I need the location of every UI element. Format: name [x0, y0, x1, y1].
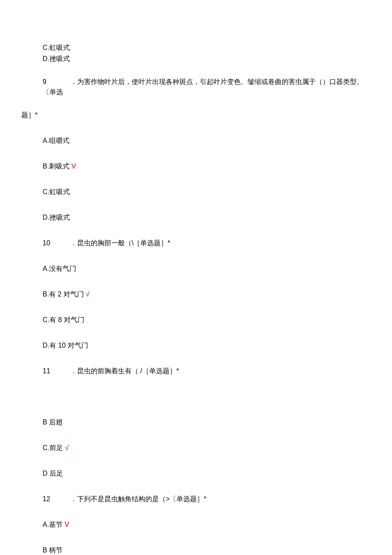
question-number: 12 — [43, 494, 55, 504]
option-b: B.刺吸式 V — [43, 161, 371, 171]
question-9: 9 ．为害作物叶片后，使叶片出现各种斑点，引起叶片变色、皱缩或卷曲的害虫属于（）… — [43, 77, 371, 97]
option-c: C.虹吸式 — [43, 43, 371, 53]
correct-mark: V — [69, 163, 76, 170]
question-body: ．昆虫的前胸着生有（ /［单选题］* — [70, 367, 179, 375]
option-c: C.前足 √ — [43, 443, 371, 453]
option-c: C.有 8 对气门 — [43, 315, 371, 325]
question-text: 9 ．为害作物叶片后，使叶片出现各种斑点，引起叶片变色、皱缩或卷曲的害虫属于（）… — [43, 77, 371, 97]
question-number: 11 — [43, 366, 55, 376]
correct-mark: √ — [84, 291, 89, 298]
question-body: ．下列不是昆虫触角结构的是（>〔单选题］* — [70, 495, 207, 503]
question-body: ．昆虫的胸部一般（\［单选题］* — [70, 239, 170, 247]
option-label: A.基节 — [43, 521, 63, 528]
question-tail: 题］* — [21, 110, 371, 120]
option-label: C.前足 — [43, 444, 63, 451]
option-b: B 柄节 — [43, 545, 371, 555]
option-d: D.有 10 对气门 — [43, 340, 371, 351]
option-b: B 后翅 — [43, 417, 371, 427]
option-d: D.挫吸式 — [43, 54, 371, 64]
question-number: 9 — [43, 77, 55, 87]
document-page: C.虹吸式 D.挫吸式 9 ．为害作物叶片后，使叶片出现各种斑点，引起叶片变色、… — [0, 0, 392, 555]
option-label: B.有 2 对气门 — [43, 291, 84, 298]
option-a: A.没有气门 — [43, 264, 371, 274]
option-d: D.挫吸式 — [43, 212, 371, 223]
option-a: A.基节 V — [43, 520, 371, 530]
correct-mark: V — [63, 521, 69, 528]
option-a: A.咀嚼式 — [43, 136, 371, 146]
option-b: B.有 2 对气门 √ — [43, 289, 371, 299]
option-d: D 后足 — [43, 468, 371, 479]
question-11: 11 ．昆虫的前胸着生有（ /［单选题］* — [43, 366, 371, 376]
option-c: C.虹吸式 — [43, 187, 371, 197]
question-12: 12 ．下列不是昆虫触角结构的是（>〔单选题］* — [43, 494, 371, 504]
question-body: ．为害作物叶片后，使叶片出现各种斑点，引起叶片变色、皱缩或卷曲的害虫属于（）口器… — [43, 78, 363, 96]
correct-mark: √ — [63, 444, 69, 451]
option-label: B.刺吸式 — [43, 163, 69, 170]
question-10: 10 ．昆虫的胸部一般（\［单选题］* — [43, 238, 371, 248]
question-number: 10 — [43, 238, 55, 248]
